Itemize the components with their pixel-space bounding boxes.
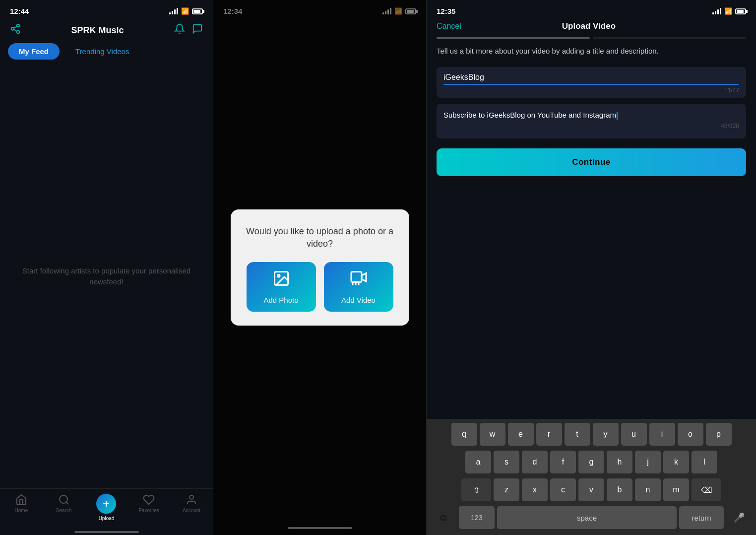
video-icon — [350, 269, 368, 291]
notification-icon[interactable] — [174, 23, 185, 37]
app-title: SPRK Music — [71, 25, 124, 36]
add-video-label: Add Video — [341, 296, 376, 304]
tab-my-feed[interactable]: My Feed — [8, 43, 60, 60]
keyboard-row-3: ⇧ z x c v b n m ⌫ — [429, 478, 754, 501]
space-key[interactable]: space — [497, 506, 677, 529]
key-l[interactable]: l — [692, 451, 717, 473]
battery-icon-3 — [735, 8, 746, 14]
key-t[interactable]: t — [565, 423, 590, 446]
title-input-border — [443, 84, 739, 85]
signal-icon-3 — [712, 8, 721, 14]
tab-bar: My Feed Trending Videos — [0, 43, 213, 65]
dialog-buttons: Add Photo Add Video — [247, 262, 393, 312]
key-f[interactable]: f — [550, 451, 576, 473]
dialog-title: Would you like to upload a photo or a vi… — [245, 225, 395, 250]
cancel-button[interactable]: Cancel — [437, 22, 461, 31]
key-q[interactable]: q — [451, 423, 477, 446]
search-icon — [58, 494, 70, 506]
tab-trending[interactable]: Trending Videos — [64, 43, 140, 60]
mic-key[interactable]: 🎤 — [726, 506, 752, 529]
svg-marker-13 — [362, 273, 366, 282]
key-y[interactable]: y — [593, 423, 619, 446]
text-cursor — [617, 112, 618, 120]
key-u[interactable]: u — [621, 423, 647, 446]
home-indicator-1 — [74, 531, 139, 533]
key-a[interactable]: a — [465, 451, 491, 473]
emoji-key[interactable]: ☺ — [431, 506, 456, 529]
status-icons-1: 📶 — [169, 7, 203, 15]
num-key[interactable]: 123 — [459, 506, 495, 529]
key-h[interactable]: h — [607, 451, 632, 473]
add-video-button[interactable]: Add Video — [324, 262, 393, 312]
progress-seg-2 — [593, 37, 746, 39]
key-r[interactable]: r — [536, 423, 562, 446]
keyboard-row-2: a s d f g h j k l — [429, 451, 754, 473]
key-w[interactable]: w — [480, 423, 505, 446]
key-o[interactable]: o — [678, 423, 703, 446]
keyboard-row-1: q w e r t y u i o p — [429, 423, 754, 446]
nav-search[interactable]: Search — [43, 494, 85, 521]
header-actions — [174, 23, 203, 37]
wifi-icon-3: 📶 — [724, 7, 732, 15]
form-instruction: Tell us a bit more about your video by a… — [437, 46, 746, 57]
title-char-count: 11/47 — [443, 87, 739, 94]
backspace-key[interactable]: ⌫ — [692, 478, 721, 501]
key-b[interactable]: b — [607, 478, 632, 501]
app-header: SPRK Music — [0, 19, 213, 43]
key-i[interactable]: i — [649, 423, 675, 446]
key-s[interactable]: s — [494, 451, 519, 473]
title-input[interactable]: iGeeksBlog — [443, 73, 739, 82]
dialog-overlay: Would you like to upload a photo or a vi… — [213, 0, 426, 535]
title-input-group: iGeeksBlog 11/47 — [437, 67, 746, 98]
svg-point-0 — [17, 24, 20, 27]
key-v[interactable]: v — [578, 478, 604, 501]
nav-search-label: Search — [56, 508, 72, 513]
time-1: 12:44 — [10, 7, 29, 15]
key-e[interactable]: e — [508, 423, 534, 446]
add-photo-button[interactable]: Add Photo — [247, 262, 316, 312]
nav-upload[interactable]: Upload — [85, 494, 128, 521]
time-3: 12:35 — [437, 7, 455, 15]
nav-home[interactable]: Home — [0, 494, 43, 521]
screen-upload-dialog: 12:34 📶 Would you like to upload a photo… — [213, 0, 427, 535]
key-d[interactable]: d — [522, 451, 548, 473]
share-icon[interactable] — [10, 23, 21, 37]
bottom-nav: Home Search Upload Favorites — [0, 488, 213, 531]
keyboard-row-4: ☺ 123 space return 🎤 — [429, 506, 754, 529]
key-z[interactable]: z — [494, 478, 519, 501]
nav-favorites-label: Favorites — [139, 508, 159, 513]
key-m[interactable]: m — [663, 478, 689, 501]
heart-icon — [143, 494, 155, 506]
nav-account-label: Account — [183, 508, 200, 513]
chat-icon[interactable] — [192, 23, 203, 37]
svg-point-11 — [277, 275, 280, 277]
key-g[interactable]: g — [578, 451, 604, 473]
return-key[interactable]: return — [679, 506, 724, 529]
key-n[interactable]: n — [635, 478, 661, 501]
nav-home-label: Home — [15, 508, 28, 513]
plus-icon — [101, 499, 111, 509]
nav-favorites[interactable]: Favorites — [127, 494, 170, 521]
upload-page-title: Upload Video — [562, 21, 616, 31]
photo-icon — [272, 269, 290, 291]
upload-form: Tell us a bit more about your video by a… — [427, 46, 756, 419]
key-k[interactable]: k — [663, 451, 689, 473]
signal-icon — [169, 8, 178, 14]
continue-button[interactable]: Continue — [437, 148, 746, 176]
svg-line-3 — [14, 29, 17, 31]
battery-icon — [192, 8, 203, 14]
svg-point-5 — [60, 495, 67, 503]
svg-line-6 — [66, 502, 68, 504]
shift-key[interactable]: ⇧ — [461, 478, 491, 501]
svg-point-9 — [189, 495, 193, 499]
key-j[interactable]: j — [635, 451, 661, 473]
description-input[interactable]: Subscribe to iGeeksBlog on YouTube and I… — [443, 111, 618, 119]
key-c[interactable]: c — [550, 478, 576, 501]
screen-upload-form: 12:35 📶 Cancel Upload Video Tell us a bi… — [427, 0, 756, 535]
key-p[interactable]: p — [706, 423, 732, 446]
upload-circle-btn[interactable] — [96, 494, 116, 514]
screen-my-feed: 12:44 📶 SPRK Music — [0, 0, 213, 535]
nav-account[interactable]: Account — [170, 494, 213, 521]
key-x[interactable]: x — [522, 478, 548, 501]
svg-line-4 — [14, 26, 17, 28]
